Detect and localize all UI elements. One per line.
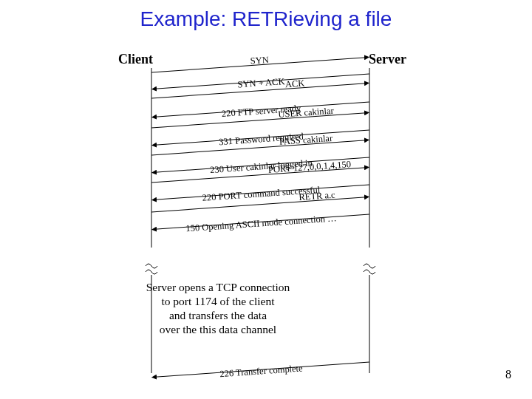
msg-xfer-done-label: 226 Transfer complete: [219, 363, 304, 379]
data-channel-note: Server opens a TCP connectionto port 117…: [115, 281, 321, 337]
msg-pwreq: 331 Password required: [151, 126, 369, 152]
sequence-diagram: SYN SYN + ACK ACK 220 FTP server ready: [0, 0, 532, 399]
server-break: [364, 264, 375, 268]
msg-synack-label: SYN + ACK: [237, 76, 285, 89]
slide: Example: RETRieving a file Client Server…: [0, 0, 532, 399]
client-break-2: [146, 270, 157, 274]
msg-retr-label: RETR a.c: [299, 190, 336, 202]
page-number: 8: [505, 368, 511, 381]
svg-line-10: [151, 197, 369, 212]
server-break-2: [364, 270, 375, 274]
client-break: [146, 264, 157, 268]
msg-synack: SYN + ACK: [151, 70, 369, 96]
msg-ack-label: ACK: [284, 78, 304, 90]
msg-opening: 150 Opening ASCII mode connection …: [151, 211, 369, 236]
msg-xfer-done: 226 Transfer complete: [151, 358, 369, 384]
msg-syn-label: SYN: [250, 55, 269, 66]
msg-opening-label: 150 Opening ASCII mode connection …: [185, 213, 337, 233]
msg-syn: SYN: [151, 47, 369, 73]
msg-port-ok: 220 PORT command successful: [151, 181, 369, 207]
